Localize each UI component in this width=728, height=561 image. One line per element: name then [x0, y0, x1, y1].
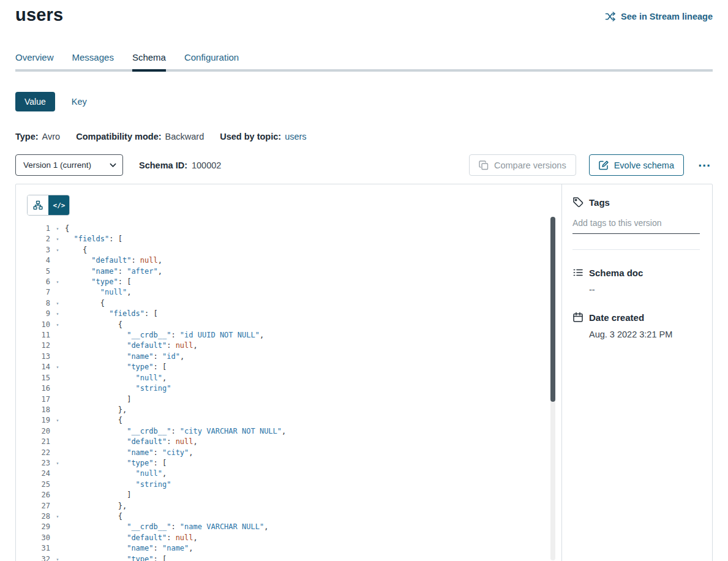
editor-scrollbar-thumb[interactable] — [550, 217, 555, 402]
code-line: 26 ] — [27, 490, 561, 500]
code-text: { — [65, 320, 122, 330]
code-line: 4 "default": null, — [27, 255, 561, 266]
calendar-icon — [572, 312, 584, 323]
code-line: 3▾ { — [27, 245, 561, 255]
tab-configuration[interactable]: Configuration — [184, 52, 239, 72]
version-select[interactable]: Version 1 (current) — [15, 154, 123, 176]
page-title: users — [15, 5, 63, 25]
stream-lineage-link[interactable]: See in Stream lineage — [605, 11, 713, 22]
fold-spacer — [50, 533, 65, 543]
code-text: "name": "after", — [65, 266, 162, 277]
fold-toggle-icon[interactable]: ▾ — [50, 309, 65, 319]
code-text: "null", — [65, 469, 167, 479]
code-text: "default": null, — [65, 255, 162, 266]
line-number: 19 — [27, 415, 50, 426]
code-line: 32▾ "type": [ — [27, 554, 561, 561]
used-by-topic-label: Used by topic: — [220, 132, 281, 141]
code-line: 12 "default": null, — [27, 341, 561, 351]
code-line: 31 "name": "name", — [27, 543, 561, 554]
schema-doc-value: -- — [589, 285, 700, 295]
version-select-wrap: Version 1 (current) — [15, 154, 123, 176]
code-line: 10▾ { — [27, 320, 561, 330]
code-line: 9▾ "fields": [ — [27, 309, 561, 319]
fold-toggle-icon[interactable]: ▾ — [50, 245, 65, 255]
line-number: 13 — [27, 352, 50, 362]
line-number: 15 — [27, 373, 50, 383]
fold-toggle-icon[interactable]: ▾ — [50, 298, 65, 309]
line-number: 1 — [27, 224, 50, 234]
code-text: "name": "city", — [65, 448, 193, 458]
code-text: "__crdb__": "id UUID NOT NULL", — [65, 330, 264, 341]
line-number: 11 — [27, 330, 50, 341]
fold-toggle-icon[interactable]: ▾ — [50, 320, 65, 330]
tags-section-header: Tags — [572, 197, 700, 208]
fold-spacer — [50, 490, 65, 500]
compare-icon — [479, 160, 489, 170]
code-text: "type": [ — [65, 554, 167, 561]
fold-spacer — [50, 448, 65, 458]
tree-view-button[interactable] — [28, 195, 48, 215]
code-line: 2▾ "fields": [ — [27, 234, 561, 244]
fold-toggle-icon[interactable]: ▾ — [50, 234, 65, 244]
fold-toggle-icon[interactable]: ▾ — [50, 554, 65, 561]
code-line: 15 "null", — [27, 373, 561, 383]
value-toggle-button[interactable]: Value — [15, 92, 55, 111]
fold-spacer — [50, 330, 65, 341]
code-text: "default": null, — [65, 341, 198, 351]
line-number: 14 — [27, 362, 50, 372]
code-text: { — [65, 224, 69, 234]
schema-code: 1▾{2▾ "fields": [3▾ {4 "default": null,5… — [27, 224, 561, 561]
code-text: "string" — [65, 383, 171, 394]
editor-scrollbar[interactable] — [550, 217, 555, 560]
code-line: 24 "null", — [27, 469, 561, 479]
schema-side-panel: Tags Schema doc -- — [561, 184, 712, 561]
more-options-button[interactable]: ⋯ — [697, 159, 713, 171]
fold-spacer — [50, 543, 65, 554]
tab-overview[interactable]: Overview — [15, 52, 54, 72]
line-number: 23 — [27, 458, 50, 469]
fold-toggle-icon[interactable]: ▾ — [50, 224, 65, 234]
schema-id-value: 100002 — [192, 160, 221, 170]
evolve-schema-button[interactable]: Evolve schema — [589, 154, 684, 176]
code-text: "default": null, — [65, 437, 198, 447]
line-number: 27 — [27, 501, 50, 511]
line-number: 20 — [27, 426, 50, 437]
fold-toggle-icon[interactable]: ▾ — [50, 511, 65, 522]
code-line: 22 "name": "city", — [27, 448, 561, 458]
fold-toggle-icon[interactable]: ▾ — [50, 362, 65, 372]
fold-spacer — [50, 437, 65, 447]
schema-id: Schema ID: 100002 — [139, 160, 221, 170]
date-created-value: Aug. 3 2022 3:21 PM — [589, 329, 700, 339]
code-view-icon: </> — [53, 201, 66, 209]
line-number: 12 — [27, 341, 50, 351]
used-by-topic-link[interactable]: users — [285, 132, 306, 141]
tab-messages[interactable]: Messages — [72, 52, 114, 72]
fold-spacer — [50, 480, 65, 490]
evolve-schema-label: Evolve schema — [614, 160, 674, 170]
code-text: { — [65, 415, 122, 426]
code-text: "name": "id", — [65, 352, 184, 362]
fold-toggle-icon[interactable]: ▾ — [50, 458, 65, 469]
fold-toggle-icon[interactable]: ▾ — [50, 415, 65, 426]
line-number: 17 — [27, 394, 50, 405]
compare-versions-button[interactable]: Compare versions — [469, 154, 576, 176]
code-line: 20 "__crdb__": "city VARCHAR NOT NULL", — [27, 426, 561, 437]
tab-schema[interactable]: Schema — [132, 52, 166, 72]
code-text: "type": [ — [65, 277, 131, 287]
code-line: 11 "__crdb__": "id UUID NOT NULL", — [27, 330, 561, 341]
code-text: { — [65, 298, 105, 309]
code-line: 29 "__crdb__": "name VARCHAR NULL", — [27, 522, 561, 532]
code-line: 27 }, — [27, 501, 561, 511]
line-number: 18 — [27, 405, 50, 415]
code-view-button[interactable]: </> — [48, 195, 69, 215]
line-number: 28 — [27, 511, 50, 522]
add-tags-input[interactable] — [572, 217, 700, 234]
code-line: 28▾ { — [27, 511, 561, 522]
key-toggle-button[interactable]: Key — [72, 97, 87, 107]
line-number: 6 — [27, 277, 50, 287]
fold-toggle-icon[interactable]: ▾ — [50, 277, 65, 287]
tab-bar: Overview Messages Schema Configuration — [15, 52, 713, 72]
code-text: "default": null, — [65, 533, 198, 543]
line-number: 10 — [27, 320, 50, 330]
line-number: 9 — [27, 309, 50, 319]
